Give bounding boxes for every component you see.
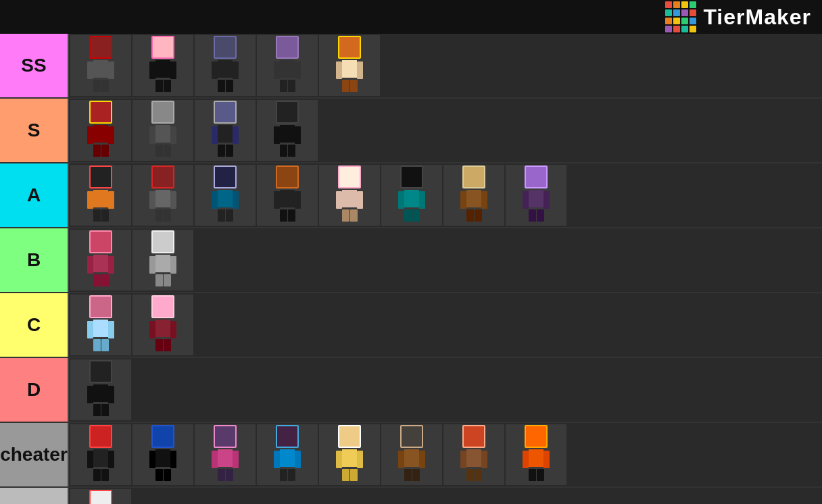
skin-s2 — [136, 101, 190, 160]
skin-ss5 — [322, 36, 377, 95]
skin-ss1 — [74, 36, 128, 95]
tier-label-a: A — [0, 163, 68, 227]
skin-c1 — [74, 295, 128, 355]
tier-label-s: S — [0, 99, 68, 162]
tier-item-ss2 — [132, 35, 193, 96]
tier-label-ss: SS — [0, 34, 68, 97]
tier-item-a4 — [257, 165, 318, 226]
logo-cell — [690, 1, 696, 8]
skin-ch2 — [136, 425, 190, 484]
logo-cell — [681, 18, 688, 24]
tier-item-a2 — [132, 165, 193, 226]
skin-ne1 — [74, 490, 128, 504]
tier-item-ss3 — [195, 35, 256, 96]
logo-cell — [673, 9, 680, 16]
logo-cell — [690, 9, 696, 16]
tier-items-c — [68, 293, 822, 357]
skin-ss4 — [260, 36, 314, 95]
logo-title: TierMaker — [703, 5, 811, 30]
tier-item-ss1 — [70, 35, 131, 96]
tier-item-a8 — [506, 165, 566, 226]
tier-item-ch6 — [381, 424, 442, 485]
tier-item-c2 — [132, 295, 193, 355]
logo-cell — [681, 1, 688, 8]
tier-row-s: S — [0, 99, 822, 163]
tier-item-ch4 — [257, 424, 318, 485]
tier-item-ch1 — [70, 424, 131, 485]
logo-cell — [673, 18, 680, 24]
skin-d1 — [74, 360, 128, 420]
skin-b1 — [74, 230, 128, 290]
skin-ch4 — [260, 425, 314, 484]
tier-item-ch5 — [319, 424, 380, 485]
tier-item-s3 — [195, 100, 256, 161]
skin-a3 — [198, 166, 252, 225]
tier-items-d — [68, 358, 822, 422]
logo-cell — [665, 26, 672, 32]
skin-c2 — [136, 295, 190, 355]
skin-a8 — [509, 166, 563, 225]
tier-label-d: D — [0, 358, 68, 422]
skin-a2 — [136, 166, 190, 225]
app-container: TierMaker SS — [0, 0, 822, 504]
skin-ch3 — [198, 425, 252, 484]
logo-cell — [681, 26, 688, 32]
tier-items-ne — [68, 488, 822, 504]
skin-b2 — [136, 230, 190, 290]
logo-cell — [690, 26, 696, 32]
header: TierMaker — [0, 0, 822, 34]
skin-a5 — [322, 166, 377, 225]
tier-items-a — [68, 163, 822, 227]
tier-list: SS — [0, 34, 822, 504]
logo-grid — [665, 1, 696, 32]
skin-ch8 — [509, 425, 563, 484]
tier-item-ss4 — [257, 35, 318, 96]
tier-item-s2 — [132, 100, 193, 161]
tier-row-cheater: cheater — [0, 423, 822, 488]
logo-cell — [665, 1, 672, 8]
tier-items-s — [68, 99, 822, 162]
skin-s4 — [260, 101, 314, 160]
tier-item-c1 — [70, 295, 131, 355]
tier-item-s1 — [70, 100, 131, 161]
tier-item-ch2 — [132, 424, 193, 485]
tier-label-cheater: cheater — [0, 423, 68, 486]
tier-item-s4 — [257, 100, 318, 161]
logo-cell — [681, 9, 688, 16]
skin-s1 — [74, 101, 128, 160]
tier-label-c: C — [0, 293, 68, 357]
tier-item-a5 — [319, 165, 380, 226]
tier-item-ch7 — [443, 424, 504, 485]
tier-item-a1 — [70, 165, 131, 226]
tier-item-d1 — [70, 359, 131, 420]
tier-item-ne1 — [70, 489, 131, 504]
skin-ss3 — [198, 36, 252, 95]
skin-ss2 — [136, 36, 190, 95]
skin-ch1 — [74, 425, 128, 484]
tier-row-c: C — [0, 293, 822, 358]
tier-row-ss: SS — [0, 34, 822, 99]
skin-a7 — [447, 166, 501, 225]
tier-items-ss — [68, 34, 822, 97]
logo-cell — [690, 18, 696, 24]
tier-label-b: B — [0, 228, 68, 292]
skin-a6 — [385, 166, 439, 225]
tier-label-ne: ne — [0, 488, 68, 504]
skin-s3 — [198, 101, 252, 160]
tier-item-ch3 — [195, 424, 256, 485]
tier-item-a6 — [381, 165, 442, 226]
tier-item-ch8 — [506, 424, 566, 485]
skin-a1 — [74, 166, 128, 225]
tier-item-b1 — [70, 230, 131, 291]
logo-cell — [665, 18, 672, 24]
tier-row-d: D — [0, 358, 822, 423]
tier-row-b: B — [0, 228, 822, 293]
tier-item-ss5 — [319, 35, 380, 96]
logo-cell — [665, 9, 672, 16]
tier-items-b — [68, 228, 822, 292]
logo-cell — [673, 1, 680, 8]
tier-row-ne: ne — [0, 488, 822, 504]
tier-row-a: A — [0, 163, 822, 228]
tier-item-a7 — [443, 165, 504, 226]
tier-items-cheater — [68, 423, 822, 486]
